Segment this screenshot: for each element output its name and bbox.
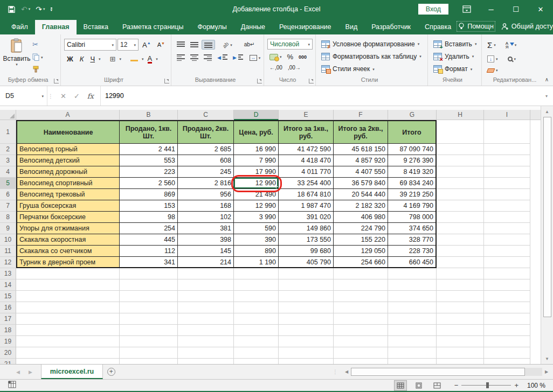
cell-H7[interactable] bbox=[437, 200, 484, 212]
number-format-combo[interactable]: Числовой▾ bbox=[267, 39, 313, 50]
cell-E10[interactable]: 173 550 bbox=[279, 234, 334, 246]
maximize-button[interactable]: ☐ bbox=[503, 0, 528, 18]
minimize-button[interactable]: ─ bbox=[479, 0, 503, 18]
cell-E12[interactable]: 405 790 bbox=[279, 257, 334, 268]
cell-E20[interactable] bbox=[279, 347, 334, 359]
cell-I17[interactable] bbox=[484, 313, 530, 325]
fill-color-caret[interactable]: ▾ bbox=[142, 57, 144, 61]
cell-G21[interactable] bbox=[388, 359, 437, 364]
collapse-ribbon-button[interactable]: ∧ bbox=[545, 76, 549, 82]
row-header-9[interactable]: 9 bbox=[0, 223, 16, 234]
cell-F5[interactable]: 36 579 840 bbox=[334, 178, 388, 189]
cell-C17[interactable] bbox=[178, 313, 234, 325]
bold-button[interactable]: Ж bbox=[64, 54, 76, 64]
cell-F9[interactable]: 224 790 bbox=[334, 223, 388, 234]
underline-caret[interactable]: ▾ bbox=[99, 57, 101, 61]
cell-F7[interactable]: 2 182 320 bbox=[334, 200, 388, 212]
format-as-table-button[interactable]: Форматировать как таблицу▾ bbox=[319, 52, 424, 61]
cell-F4[interactable]: 4 407 550 bbox=[334, 166, 388, 178]
number-dialog-launcher[interactable] bbox=[309, 79, 314, 83]
cell-H17[interactable] bbox=[437, 313, 484, 325]
cell-C10[interactable]: 398 bbox=[178, 234, 234, 246]
cell-A3[interactable]: Велосипед детский bbox=[16, 155, 120, 166]
cell-I9[interactable] bbox=[484, 223, 530, 234]
cell-E3[interactable]: 4 418 470 bbox=[279, 155, 334, 166]
cell-A15[interactable] bbox=[16, 291, 120, 302]
row-header-21[interactable]: 21 bbox=[0, 359, 16, 364]
sort-filter-button[interactable]: АЯ▾ bbox=[503, 40, 519, 50]
merge-center-button[interactable]: ↔▾ bbox=[247, 54, 263, 62]
zoom-level[interactable]: 100 % bbox=[524, 382, 545, 389]
cell-F8[interactable]: 406 980 bbox=[334, 212, 388, 223]
page-layout-view-button[interactable] bbox=[412, 380, 425, 391]
fill-handle[interactable] bbox=[276, 186, 279, 189]
cell-C2[interactable]: 2 685 bbox=[178, 144, 234, 155]
column-header-D[interactable]: D bbox=[234, 110, 279, 120]
cell-E15[interactable] bbox=[279, 291, 334, 302]
accounting-format-button[interactable]: ▾ bbox=[267, 53, 284, 61]
cell-I15[interactable] bbox=[484, 291, 530, 302]
row-header-15[interactable]: 15 bbox=[0, 291, 16, 302]
cell-D1[interactable]: Цена, руб. bbox=[234, 120, 279, 144]
cell-I21[interactable] bbox=[484, 359, 530, 364]
cell-C1[interactable]: Продано, 2кв. Шт. bbox=[178, 120, 234, 144]
italic-button[interactable]: К bbox=[77, 54, 87, 64]
cell-E13[interactable] bbox=[279, 268, 334, 279]
cell-C4[interactable]: 245 bbox=[178, 166, 234, 178]
tab-Вид[interactable]: Вид bbox=[338, 20, 365, 34]
row-header-18[interactable]: 18 bbox=[0, 325, 16, 336]
cell-A1[interactable]: Наименование bbox=[16, 120, 120, 144]
ribbon-display-options-icon[interactable] bbox=[462, 5, 471, 13]
add-sheet-button[interactable]: + bbox=[103, 365, 119, 379]
cell-H1[interactable] bbox=[437, 120, 484, 144]
cell-F10[interactable]: 155 220 bbox=[334, 234, 388, 246]
namebox-splitter[interactable]: ⋮ bbox=[47, 86, 54, 106]
cell-D6[interactable]: 21 490 bbox=[234, 189, 279, 200]
cell-G5[interactable]: 69 834 240 bbox=[388, 178, 437, 189]
cell-A13[interactable] bbox=[16, 268, 120, 279]
tab-Вставка[interactable]: Вставка bbox=[77, 20, 115, 34]
cell-I11[interactable] bbox=[484, 246, 530, 257]
cell-G6[interactable]: 39 219 250 bbox=[388, 189, 437, 200]
alignment-dialog-launcher[interactable] bbox=[257, 79, 262, 83]
cell-B6[interactable]: 869 bbox=[120, 189, 178, 200]
cell-D3[interactable]: 7 990 bbox=[234, 155, 279, 166]
scroll-left-icon[interactable]: ◀ bbox=[342, 368, 351, 376]
cell-C8[interactable]: 102 bbox=[178, 212, 234, 223]
horizontal-scroll-thumb[interactable] bbox=[351, 368, 525, 376]
borders-button[interactable]: ⊞ bbox=[107, 54, 119, 64]
format-cells-button[interactable]: Формат▾ bbox=[431, 65, 479, 73]
cell-B8[interactable]: 98 bbox=[120, 212, 178, 223]
copy-button[interactable]: ▾ bbox=[30, 52, 45, 62]
tab-Справка[interactable]: Справка bbox=[418, 20, 458, 34]
column-header-F[interactable]: F bbox=[334, 110, 388, 120]
cell-C13[interactable] bbox=[178, 268, 234, 279]
cell-styles-button[interactable]: Стили ячеек▾ bbox=[319, 65, 424, 73]
cell-D11[interactable]: 890 bbox=[234, 246, 279, 257]
cell-G8[interactable]: 798 000 bbox=[388, 212, 437, 223]
cell-G13[interactable] bbox=[388, 268, 437, 279]
cell-D2[interactable]: 16 990 bbox=[234, 144, 279, 155]
vertical-scrollbar[interactable]: ▲ ▼ bbox=[541, 106, 553, 364]
cell-F19[interactable] bbox=[334, 336, 388, 347]
save-icon[interactable] bbox=[8, 5, 16, 13]
tab-Рецензирование[interactable]: Рецензирование bbox=[272, 20, 338, 34]
cell-H3[interactable] bbox=[437, 155, 484, 166]
cell-B12[interactable]: 341 bbox=[120, 257, 178, 268]
cell-G15[interactable] bbox=[388, 291, 437, 302]
zoom-slider-thumb[interactable] bbox=[486, 382, 489, 388]
cell-G20[interactable] bbox=[388, 347, 437, 359]
column-header-G[interactable]: G bbox=[388, 110, 437, 120]
cell-E19[interactable] bbox=[279, 336, 334, 347]
cell-I2[interactable] bbox=[484, 144, 530, 155]
sign-in-button[interactable]: Вход bbox=[418, 4, 448, 15]
cell-A14[interactable] bbox=[16, 279, 120, 291]
cell-H6[interactable] bbox=[437, 189, 484, 200]
font-color-button[interactable]: А bbox=[145, 54, 155, 64]
cell-E11[interactable]: 99 680 bbox=[279, 246, 334, 257]
cancel-entry-icon[interactable]: ✕ bbox=[60, 92, 66, 100]
cell-C15[interactable] bbox=[178, 291, 234, 302]
cell-E6[interactable]: 18 674 810 bbox=[279, 189, 334, 200]
cell-B3[interactable]: 553 bbox=[120, 155, 178, 166]
row-header-8[interactable]: 8 bbox=[0, 212, 16, 223]
